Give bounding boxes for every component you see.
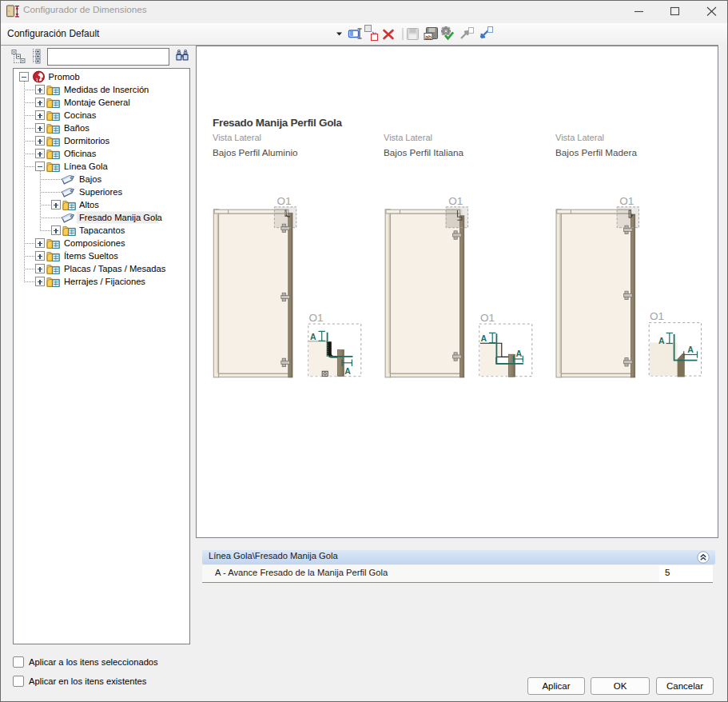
svg-text:O1: O1 bbox=[277, 195, 292, 207]
svg-text:Fresado Manija Gola: Fresado Manija Gola bbox=[79, 213, 163, 222]
svg-text:Herrajes / Fijaciones: Herrajes / Fijaciones bbox=[64, 277, 145, 286]
svg-text:Placas / Tapas / Mesadas: Placas / Tapas / Mesadas bbox=[64, 264, 166, 273]
svg-text:A: A bbox=[344, 366, 351, 376]
svg-text:Oficinas: Oficinas bbox=[64, 149, 97, 158]
svg-text:Promob: Promob bbox=[49, 72, 80, 82]
svg-text:A: A bbox=[658, 336, 665, 345]
svg-text:A: A bbox=[481, 333, 487, 343]
svg-text:O1: O1 bbox=[448, 195, 463, 207]
svg-text:A: A bbox=[687, 345, 694, 354]
svg-text:Medidas de Inserción: Medidas de Inserción bbox=[64, 85, 149, 94]
svg-text:Bajos: Bajos bbox=[79, 174, 101, 184]
svg-text:ab: ab bbox=[425, 34, 432, 40]
svg-text:Altos: Altos bbox=[79, 200, 99, 209]
svg-text:Baños: Baños bbox=[64, 123, 90, 133]
svg-text:O1: O1 bbox=[480, 312, 495, 324]
svg-text:O1: O1 bbox=[650, 310, 664, 322]
svg-text:Cocinas: Cocinas bbox=[64, 110, 97, 120]
svg-text:O1: O1 bbox=[309, 312, 324, 324]
svg-text:Dormitorios: Dormitorios bbox=[64, 136, 110, 146]
svg-text:A: A bbox=[516, 349, 523, 358]
svg-text:Superiores: Superiores bbox=[79, 187, 123, 197]
svg-text:Línea Gola: Línea Gola bbox=[64, 162, 109, 171]
svg-text:Montaje General: Montaje General bbox=[64, 98, 130, 107]
svg-text:Tapacantos: Tapacantos bbox=[79, 225, 125, 235]
svg-text:A: A bbox=[310, 332, 316, 341]
svg-text:Composiciones: Composiciones bbox=[64, 238, 125, 248]
svg-text:O1: O1 bbox=[619, 195, 634, 207]
svg-text:Ítems Sueltos: Ítems Sueltos bbox=[64, 251, 118, 261]
